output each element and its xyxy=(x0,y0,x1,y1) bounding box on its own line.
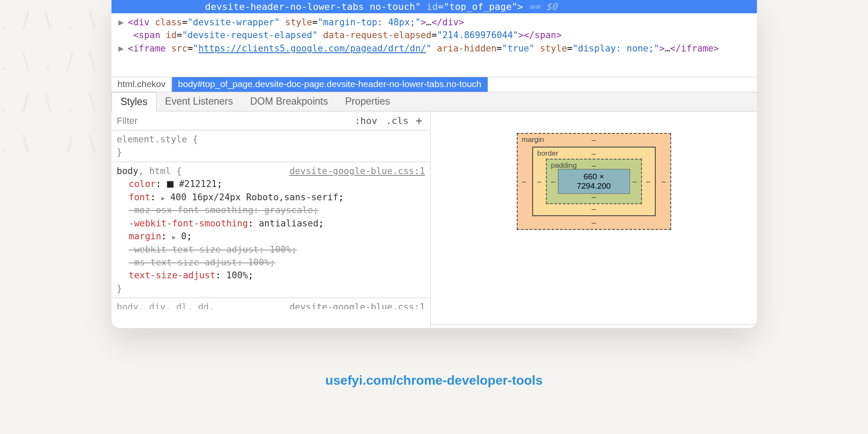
subtabs: Styles Event Listeners DOM Breakpoints P… xyxy=(112,92,757,112)
inline-style-rule[interactable]: element.style { } xyxy=(112,130,430,162)
css-source-link[interactable]: devsite-google-blue.css:1 xyxy=(289,165,425,178)
tab-properties[interactable]: Properties xyxy=(337,92,399,111)
expand-triangle-icon[interactable]: ▶ xyxy=(161,195,165,202)
box-model[interactable]: margin – – – – border – – – – padding – xyxy=(517,133,671,230)
css-rule-truncated[interactable]: devsite-google-blue.css:1 body, div, dl,… xyxy=(112,298,430,309)
tab-event-listeners[interactable]: Event Listeners xyxy=(157,92,242,111)
box-model-content: 660 × 7294.200 xyxy=(558,169,630,194)
expand-triangle-icon[interactable]: ▶ xyxy=(118,42,124,55)
selected-dom-line[interactable]: devsite-header-no-lower-tabs no-touch" i… xyxy=(112,0,757,13)
color-swatch-icon[interactable] xyxy=(167,181,174,188)
expand-triangle-icon[interactable]: ▶ xyxy=(118,16,124,29)
tab-dom-breakpoints[interactable]: DOM Breakpoints xyxy=(241,92,337,111)
filter-input[interactable]: Filter xyxy=(117,115,138,127)
caption-link[interactable]: usefyi.com/chrome-developer-tools xyxy=(0,373,868,388)
breadcrumb-html[interactable]: html.chekov xyxy=(112,77,172,92)
hov-toggle[interactable]: :hov xyxy=(355,115,377,126)
tab-styles[interactable]: Styles xyxy=(112,92,157,112)
css-rule-body-html[interactable]: devsite-google-blue.css:1 body, html { c… xyxy=(112,162,430,298)
breadcrumb-body[interactable]: body#top_of_page.devsite-doc-page.devsit… xyxy=(172,77,488,92)
expand-triangle-icon[interactable]: ▶ xyxy=(172,234,175,241)
breadcrumb: html.chekov body#top_of_page.devsite-doc… xyxy=(112,77,757,92)
computed-pane: margin – – – – border – – – – padding – xyxy=(431,112,757,328)
styles-pane: Filter :hov .cls + element.style { } dev… xyxy=(112,112,431,328)
dom-tree[interactable]: ▶<div class="devsite-wrapper" style="mar… xyxy=(112,13,757,77)
box-model-border-label: border xyxy=(537,149,558,158)
box-model-margin-label: margin xyxy=(522,136,544,144)
devtools-panel: devsite-header-no-lower-tabs no-touch" i… xyxy=(112,0,757,328)
box-model-padding-label: padding xyxy=(551,161,577,170)
new-rule-button[interactable]: + xyxy=(413,114,425,128)
cls-toggle[interactable]: .cls xyxy=(386,115,409,126)
